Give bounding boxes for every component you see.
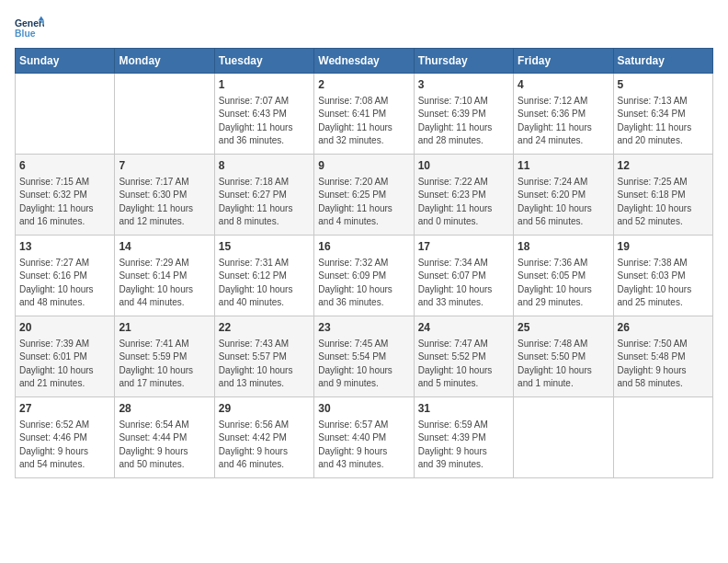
calendar-cell: [514, 397, 613, 478]
day-number: 21: [119, 320, 210, 336]
calendar-cell: 30Sunrise: 6:57 AM Sunset: 4:40 PM Dayli…: [314, 397, 414, 478]
day-number: 17: [418, 239, 509, 255]
weekday-cell: Tuesday: [214, 49, 313, 74]
weekday-cell: Saturday: [613, 49, 712, 74]
day-details: Sunrise: 7:29 AM Sunset: 6:14 PM Dayligh…: [119, 257, 210, 310]
calendar-cell: 18Sunrise: 7:36 AM Sunset: 6:05 PM Dayli…: [514, 236, 613, 316]
day-number: 4: [518, 77, 609, 93]
calendar-body: 1Sunrise: 7:07 AM Sunset: 6:43 PM Daylig…: [16, 74, 713, 478]
calendar-cell: 15Sunrise: 7:31 AM Sunset: 6:12 PM Dayli…: [214, 236, 313, 316]
calendar-cell: 20Sunrise: 7:39 AM Sunset: 6:01 PM Dayli…: [16, 316, 115, 397]
weekday-header-row: SundayMondayTuesdayWednesdayThursdayFrid…: [16, 49, 713, 74]
day-number: 14: [119, 239, 210, 255]
calendar-cell: 31Sunrise: 6:59 AM Sunset: 4:39 PM Dayli…: [414, 397, 513, 478]
day-details: Sunrise: 7:45 AM Sunset: 5:54 PM Dayligh…: [318, 338, 409, 391]
day-number: 18: [518, 239, 609, 255]
calendar-cell: 27Sunrise: 6:52 AM Sunset: 4:46 PM Dayli…: [16, 397, 115, 478]
day-number: 9: [318, 158, 409, 174]
calendar-cell: [115, 74, 214, 155]
day-details: Sunrise: 6:52 AM Sunset: 4:46 PM Dayligh…: [19, 419, 110, 472]
day-number: 12: [618, 158, 709, 174]
calendar-cell: 23Sunrise: 7:45 AM Sunset: 5:54 PM Dayli…: [314, 316, 414, 397]
day-details: Sunrise: 7:17 AM Sunset: 6:30 PM Dayligh…: [119, 176, 210, 229]
day-details: Sunrise: 6:54 AM Sunset: 4:44 PM Dayligh…: [119, 419, 210, 472]
calendar-cell: 9Sunrise: 7:20 AM Sunset: 6:25 PM Daylig…: [314, 155, 414, 236]
calendar-cell: 17Sunrise: 7:34 AM Sunset: 6:07 PM Dayli…: [414, 236, 513, 316]
calendar-cell: 19Sunrise: 7:38 AM Sunset: 6:03 PM Dayli…: [613, 236, 712, 316]
calendar-cell: 12Sunrise: 7:25 AM Sunset: 6:18 PM Dayli…: [613, 155, 712, 236]
day-number: 26: [618, 320, 709, 336]
calendar-table: SundayMondayTuesdayWednesdayThursdayFrid…: [15, 48, 713, 478]
day-number: 1: [219, 77, 310, 93]
day-details: Sunrise: 7:20 AM Sunset: 6:25 PM Dayligh…: [318, 176, 409, 229]
calendar-cell: 21Sunrise: 7:41 AM Sunset: 5:59 PM Dayli…: [115, 316, 214, 397]
day-number: 31: [418, 401, 509, 417]
calendar-cell: 25Sunrise: 7:48 AM Sunset: 5:50 PM Dayli…: [514, 316, 613, 397]
calendar-cell: 10Sunrise: 7:22 AM Sunset: 6:23 PM Dayli…: [414, 155, 513, 236]
day-number: 28: [119, 401, 210, 417]
calendar-cell: 24Sunrise: 7:47 AM Sunset: 5:52 PM Dayli…: [414, 316, 513, 397]
calendar-cell: [613, 397, 712, 478]
day-details: Sunrise: 7:13 AM Sunset: 6:34 PM Dayligh…: [618, 95, 709, 148]
weekday-cell: Sunday: [16, 49, 115, 74]
day-details: Sunrise: 7:27 AM Sunset: 6:16 PM Dayligh…: [19, 257, 110, 310]
weekday-cell: Monday: [115, 49, 214, 74]
calendar-cell: 28Sunrise: 6:54 AM Sunset: 4:44 PM Dayli…: [115, 397, 214, 478]
day-details: Sunrise: 7:50 AM Sunset: 5:48 PM Dayligh…: [618, 338, 709, 391]
day-number: 27: [19, 401, 110, 417]
calendar-week-row: 27Sunrise: 6:52 AM Sunset: 4:46 PM Dayli…: [16, 397, 713, 478]
calendar-cell: 8Sunrise: 7:18 AM Sunset: 6:27 PM Daylig…: [214, 155, 313, 236]
weekday-cell: Wednesday: [314, 49, 414, 74]
day-details: Sunrise: 7:08 AM Sunset: 6:41 PM Dayligh…: [318, 95, 409, 148]
calendar-week-row: 1Sunrise: 7:07 AM Sunset: 6:43 PM Daylig…: [16, 74, 713, 155]
weekday-cell: Thursday: [414, 49, 513, 74]
day-details: Sunrise: 7:25 AM Sunset: 6:18 PM Dayligh…: [618, 176, 709, 229]
day-details: Sunrise: 7:41 AM Sunset: 5:59 PM Dayligh…: [119, 338, 210, 391]
svg-text:Blue: Blue: [15, 29, 36, 39]
day-details: Sunrise: 7:10 AM Sunset: 6:39 PM Dayligh…: [418, 95, 509, 148]
day-details: Sunrise: 6:59 AM Sunset: 4:39 PM Dayligh…: [418, 419, 509, 472]
calendar-cell: 22Sunrise: 7:43 AM Sunset: 5:57 PM Dayli…: [214, 316, 313, 397]
calendar-cell: 2Sunrise: 7:08 AM Sunset: 6:41 PM Daylig…: [314, 74, 414, 155]
calendar-cell: 14Sunrise: 7:29 AM Sunset: 6:14 PM Dayli…: [115, 236, 214, 316]
calendar-cell: 7Sunrise: 7:17 AM Sunset: 6:30 PM Daylig…: [115, 155, 214, 236]
calendar-cell: 3Sunrise: 7:10 AM Sunset: 6:39 PM Daylig…: [414, 74, 513, 155]
calendar-week-row: 6Sunrise: 7:15 AM Sunset: 6:32 PM Daylig…: [16, 155, 713, 236]
day-number: 11: [518, 158, 609, 174]
day-number: 19: [618, 239, 709, 255]
day-details: Sunrise: 7:38 AM Sunset: 6:03 PM Dayligh…: [618, 257, 709, 310]
day-details: Sunrise: 7:15 AM Sunset: 6:32 PM Dayligh…: [19, 176, 110, 229]
day-number: 24: [418, 320, 509, 336]
day-number: 8: [219, 158, 310, 174]
day-details: Sunrise: 7:36 AM Sunset: 6:05 PM Dayligh…: [518, 257, 609, 310]
day-details: Sunrise: 7:31 AM Sunset: 6:12 PM Dayligh…: [219, 257, 310, 310]
day-details: Sunrise: 7:43 AM Sunset: 5:57 PM Dayligh…: [219, 338, 310, 391]
day-number: 23: [318, 320, 409, 336]
page-header: General Blue: [15, 15, 713, 40]
calendar-cell: 29Sunrise: 6:56 AM Sunset: 4:42 PM Dayli…: [214, 397, 313, 478]
day-details: Sunrise: 6:56 AM Sunset: 4:42 PM Dayligh…: [219, 419, 310, 472]
calendar-cell: 4Sunrise: 7:12 AM Sunset: 6:36 PM Daylig…: [514, 74, 613, 155]
day-details: Sunrise: 7:24 AM Sunset: 6:20 PM Dayligh…: [518, 176, 609, 229]
day-number: 13: [19, 239, 110, 255]
day-number: 16: [318, 239, 409, 255]
day-number: 25: [518, 320, 609, 336]
day-details: Sunrise: 6:57 AM Sunset: 4:40 PM Dayligh…: [318, 419, 409, 472]
day-number: 29: [219, 401, 310, 417]
day-details: Sunrise: 7:39 AM Sunset: 6:01 PM Dayligh…: [19, 338, 110, 391]
day-number: 22: [219, 320, 310, 336]
logo-icon: General Blue: [15, 15, 44, 40]
day-details: Sunrise: 7:47 AM Sunset: 5:52 PM Dayligh…: [418, 338, 509, 391]
calendar-cell: 26Sunrise: 7:50 AM Sunset: 5:48 PM Dayli…: [613, 316, 712, 397]
calendar-cell: 5Sunrise: 7:13 AM Sunset: 6:34 PM Daylig…: [613, 74, 712, 155]
day-number: 7: [119, 158, 210, 174]
day-details: Sunrise: 7:18 AM Sunset: 6:27 PM Dayligh…: [219, 176, 310, 229]
calendar-week-row: 13Sunrise: 7:27 AM Sunset: 6:16 PM Dayli…: [16, 236, 713, 316]
weekday-cell: Friday: [514, 49, 613, 74]
calendar-cell: 13Sunrise: 7:27 AM Sunset: 6:16 PM Dayli…: [16, 236, 115, 316]
day-number: 15: [219, 239, 310, 255]
logo: General Blue: [15, 15, 44, 40]
day-number: 3: [418, 77, 509, 93]
calendar-week-row: 20Sunrise: 7:39 AM Sunset: 6:01 PM Dayli…: [16, 316, 713, 397]
calendar-cell: 11Sunrise: 7:24 AM Sunset: 6:20 PM Dayli…: [514, 155, 613, 236]
